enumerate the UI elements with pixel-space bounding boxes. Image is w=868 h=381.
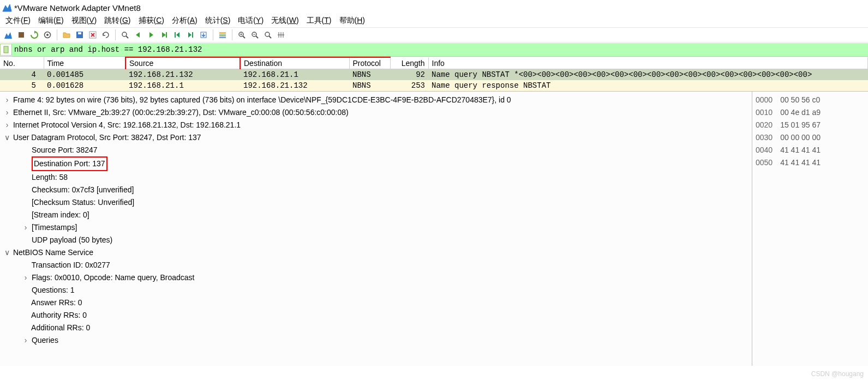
first-packet-icon[interactable] [171, 29, 183, 41]
table-header-row: No. Time Source Destination Protocol Len… [0, 57, 868, 69]
detail-row[interactable]: Checksum: 0x7cf3 [unverified] [2, 184, 751, 196]
svg-line-18 [256, 36, 258, 38]
menu-item[interactable]: 工具(T) [304, 15, 334, 26]
window-title: *VMware Network Adapter VMnet8 [14, 3, 141, 13]
menu-item[interactable]: 无线(W) [269, 15, 301, 26]
detail-row[interactable]: › Queries [2, 334, 751, 347]
detail-row[interactable]: › [Timestamps] [2, 221, 751, 234]
menu-bar: 文件(F)编辑(E)视图(V)跳转(G)捕获(C)分析(A)统计(S)电话(Y)… [0, 14, 868, 27]
menu-item[interactable]: 捕获(C) [136, 15, 166, 26]
detail-row[interactable]: › Internet Protocol Version 4, Src: 192.… [2, 119, 751, 131]
svg-rect-14 [219, 37, 226, 38]
reload-icon[interactable] [100, 29, 112, 41]
packet-bytes[interactable]: 000000 50 56 c0001000 4e d1 a9002015 01 … [752, 92, 868, 366]
menu-item[interactable]: 分析(A) [170, 15, 200, 26]
svg-rect-13 [219, 34, 226, 36]
menu-item[interactable]: 跳转(G) [102, 15, 133, 26]
display-filter-input[interactable] [12, 43, 868, 56]
svg-rect-0 [19, 32, 24, 38]
detail-row[interactable]: Questions: 1 [2, 284, 751, 297]
svg-rect-10 [192, 32, 193, 38]
toolbar-separator [232, 29, 232, 40]
menu-item[interactable]: 编辑(E) [36, 15, 66, 26]
svg-line-7 [126, 36, 128, 38]
close-file-icon[interactable] [87, 29, 99, 41]
colorize-icon[interactable] [217, 29, 229, 41]
menu-item[interactable]: 帮助(H) [337, 15, 367, 26]
svg-rect-12 [219, 32, 226, 34]
packet-details[interactable]: › Frame 4: 92 bytes on wire (736 bits), … [0, 92, 752, 366]
detail-row[interactable]: › Frame 4: 92 bytes on wire (736 bits), … [2, 94, 751, 106]
detail-row[interactable]: Transaction ID: 0x0277 [2, 259, 751, 271]
title-bar: *VMware Network Adapter VMnet8 [0, 0, 868, 14]
open-file-icon[interactable] [61, 29, 73, 41]
zoom-reset-icon[interactable] [262, 29, 274, 41]
go-to-packet-icon[interactable] [158, 29, 170, 41]
detail-row[interactable]: Length: 58 [2, 171, 751, 184]
go-back-icon[interactable] [132, 29, 144, 41]
capture-options-icon[interactable] [41, 29, 53, 41]
detail-row[interactable]: › Ethernet II, Src: VMware_2b:39:27 (00:… [2, 106, 751, 119]
toolbar-separator [213, 29, 213, 40]
restart-capture-icon[interactable] [28, 29, 40, 41]
hex-row[interactable]: 004041 41 41 41 [756, 144, 865, 156]
hex-row[interactable]: 001000 4e d1 a9 [756, 106, 865, 119]
detail-row[interactable]: [Checksum Status: Unverified] [2, 196, 751, 209]
detail-row[interactable]: ∨ NetBIOS Name Service [2, 246, 751, 259]
detail-row[interactable]: [Stream index: 0] [2, 209, 751, 221]
hex-row[interactable]: 005041 41 41 41 [756, 156, 865, 169]
menu-item[interactable]: 视图(V) [69, 15, 99, 26]
filter-bar [0, 43, 868, 57]
go-forward-icon[interactable] [145, 29, 157, 41]
auto-scroll-icon[interactable] [197, 29, 209, 41]
detail-row[interactable]: UDP payload (50 bytes) [2, 234, 751, 246]
app-icon[interactable] [2, 29, 14, 41]
hex-row[interactable]: 002015 01 95 67 [756, 119, 865, 131]
toolbar [0, 27, 868, 43]
svg-rect-9 [175, 32, 176, 38]
detail-row[interactable]: Destination Port: 137 [2, 156, 751, 171]
menu-item[interactable]: 电话(Y) [236, 15, 266, 26]
detail-row[interactable]: Source Port: 38247 [2, 144, 751, 156]
hex-row[interactable]: 003000 00 00 00 [756, 131, 865, 144]
col-no[interactable]: No. [0, 57, 44, 69]
detail-row[interactable]: ∨ User Datagram Protocol, Src Port: 3824… [2, 131, 751, 144]
svg-rect-4 [78, 32, 81, 34]
hex-row[interactable]: 000000 50 56 c0 [756, 94, 865, 106]
packet-list[interactable]: No. Time Source Destination Protocol Len… [0, 57, 868, 91]
detail-row[interactable]: Answer RRs: 0 [2, 297, 751, 309]
menu-item[interactable]: 统计(S) [203, 15, 233, 26]
col-source[interactable]: Source [125, 57, 240, 69]
toolbar-separator [57, 29, 57, 40]
zoom-in-icon[interactable] [236, 29, 248, 41]
watermark: CSDN @hougang [811, 370, 864, 378]
detail-row[interactable]: Authority RRs: 0 [2, 309, 751, 322]
col-dest[interactable]: Destination [240, 57, 349, 69]
svg-point-19 [265, 32, 270, 37]
detail-row[interactable]: Additional RRs: 0 [2, 322, 751, 334]
col-time[interactable]: Time [44, 57, 125, 69]
last-packet-icon[interactable] [184, 29, 196, 41]
svg-point-2 [46, 34, 49, 36]
svg-rect-8 [166, 32, 167, 38]
toolbar-separator [115, 29, 116, 40]
stop-capture-icon[interactable] [15, 29, 27, 41]
svg-rect-21 [4, 46, 8, 53]
svg-line-20 [269, 36, 271, 38]
save-file-icon[interactable] [74, 29, 86, 41]
col-proto[interactable]: Protocol [349, 57, 390, 69]
col-info[interactable]: Info [428, 57, 868, 69]
detail-row[interactable]: › Flags: 0x0010, Opcode: Name query, Bro… [2, 271, 751, 284]
resize-columns-icon[interactable] [275, 29, 287, 41]
find-icon[interactable] [119, 29, 131, 41]
svg-point-6 [122, 32, 127, 37]
menu-item[interactable]: 文件(F) [3, 15, 33, 26]
bookmark-filter-icon[interactable] [0, 44, 12, 56]
wireshark-icon [2, 2, 14, 14]
packet-table[interactable]: No. Time Source Destination Protocol Len… [0, 57, 868, 91]
zoom-out-icon[interactable] [249, 29, 261, 41]
svg-line-16 [243, 36, 245, 38]
table-row[interactable]: 50.001628192.168.21.1192.168.21.132NBNS2… [0, 80, 868, 91]
col-length[interactable]: Length [390, 57, 428, 69]
table-row[interactable]: 40.001485192.168.21.132192.168.21.1NBNS9… [0, 69, 868, 81]
